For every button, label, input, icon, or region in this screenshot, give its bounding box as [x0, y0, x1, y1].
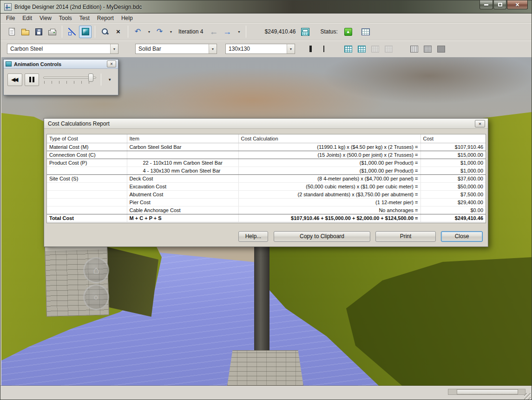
delete-icon: × — [116, 28, 120, 35]
back-arrow-icon: ← — [210, 27, 218, 37]
animation-speed-slider[interactable] — [43, 73, 96, 87]
table-row: Abutment Cost(2 standard abutments) x ($… — [47, 191, 486, 199]
member-grid-icon — [358, 46, 366, 53]
chevron-down-icon: ▼ — [170, 30, 173, 33]
animation-options-dropdown[interactable]: ▼ — [104, 74, 115, 85]
animation-controls-titlebar[interactable]: Animation Controls × — [4, 60, 118, 69]
pause-icon — [29, 77, 34, 82]
decrease-member-size-button[interactable] — [317, 43, 330, 55]
menu-edit[interactable]: Edit — [19, 14, 36, 22]
table-row: Cable Anchorage CostNo anchorages =$0.00 — [47, 207, 486, 214]
menu-view[interactable]: View — [36, 14, 55, 22]
minimize-icon — [484, 4, 488, 6]
table-row: Product Cost (P)22 - 110x110 mm Carbon S… — [47, 159, 486, 167]
save-button[interactable] — [33, 26, 45, 38]
cost-calculations-button[interactable] — [299, 26, 311, 38]
member-detail-button[interactable] — [355, 43, 368, 55]
cost-calculations-dialog[interactable]: Cost Calculations Report × Type of Cost … — [44, 118, 488, 247]
find-button[interactable] — [99, 26, 111, 38]
new-file-button[interactable] — [6, 26, 18, 38]
material-select[interactable]: Carbon Steel ▼ — [7, 44, 118, 54]
grid-medium-button[interactable] — [421, 43, 434, 55]
print-button[interactable] — [46, 26, 59, 38]
delete-button[interactable]: × — [112, 26, 125, 38]
slider-thumb[interactable] — [88, 73, 93, 82]
window-titlebar[interactable]: Bridge Designer 2014 (2nd Edition) - MyD… — [0, 0, 532, 13]
close-button[interactable]: × — [507, 0, 528, 9]
open-file-button[interactable] — [19, 26, 32, 38]
redo-dropdown-button[interactable]: ▼ — [167, 26, 174, 38]
new-file-icon — [9, 28, 15, 35]
results-table-icon — [361, 28, 370, 35]
close-icon: × — [110, 61, 113, 67]
copy-to-clipboard-button[interactable]: Copy to Clipboard — [274, 231, 370, 242]
column-header-item: Item — [127, 134, 238, 143]
load-test-button[interactable] — [79, 26, 92, 38]
cost-display: $249,410.46 — [256, 28, 296, 35]
thin-bar-icon — [321, 46, 327, 52]
scrollbar-thumb[interactable] — [457, 389, 518, 394]
member-list-button[interactable] — [342, 43, 355, 55]
back-iteration-button[interactable]: ← — [207, 26, 220, 38]
member-grid-icon — [385, 46, 393, 53]
maximize-button[interactable] — [493, 0, 506, 9]
menu-file[interactable]: File — [2, 14, 19, 22]
print-report-button[interactable]: Print — [375, 231, 436, 242]
menu-bar: File Edit View Tools Test Report Help — [0, 13, 532, 23]
dialog-titlebar[interactable]: Cost Calculations Report × — [44, 119, 488, 129]
combo-dropdown-button[interactable]: ▼ — [209, 44, 217, 53]
view-orbit-overlay-button[interactable]: ○ — [83, 284, 109, 310]
help-button[interactable]: Help... — [238, 231, 268, 242]
dialog-title: Cost Calculations Report — [48, 120, 110, 127]
grid-fine-icon — [437, 46, 445, 53]
pause-button[interactable] — [25, 73, 39, 86]
table-row: Excavation Cost(50,000 cubic meters) x (… — [47, 183, 486, 191]
combo-dropdown-button[interactable]: ▼ — [287, 44, 295, 53]
palette-separator — [101, 73, 101, 86]
horizontal-scrollbar[interactable] — [448, 389, 525, 395]
increase-member-size-button[interactable] — [304, 43, 316, 55]
section-select[interactable]: Solid Bar ▼ — [135, 44, 217, 54]
table-header-row: Type of Cost Item Cost Calculation Cost — [47, 134, 486, 143]
rewind-button[interactable]: ◀◀ — [7, 73, 22, 86]
drawing-board-button[interactable] — [66, 26, 78, 38]
forward-iteration-button[interactable]: → — [221, 26, 233, 38]
bridge-pier — [254, 247, 269, 361]
menu-test[interactable]: Test — [76, 14, 93, 22]
iteration-dropdown-button[interactable]: ▼ — [234, 26, 243, 38]
home-icon: ⌂ — [93, 264, 99, 276]
close-dialog-button[interactable]: Close — [441, 231, 483, 242]
minimize-button[interactable] — [479, 0, 493, 9]
animation-controls-window[interactable]: Animation Controls × ◀◀ ▼ — [3, 59, 118, 95]
undo-dropdown-button[interactable]: ▼ — [145, 26, 152, 38]
menu-report[interactable]: Report — [93, 14, 118, 22]
animation-close-button[interactable]: × — [107, 60, 116, 67]
menu-help[interactable]: Help — [118, 14, 137, 22]
undo-button[interactable]: ↶ — [131, 26, 144, 38]
status-up-icon: ▲ — [344, 28, 352, 36]
status-button[interactable]: ▲ — [342, 26, 355, 38]
size-select[interactable]: 130x130 ▼ — [225, 44, 295, 54]
forward-arrow-icon: → — [223, 27, 231, 37]
menu-tools[interactable]: Tools — [55, 14, 76, 22]
chevron-down-icon: ▼ — [113, 47, 116, 51]
print-icon — [48, 30, 56, 35]
slider-ticks — [44, 81, 95, 84]
chevron-down-icon: ▼ — [148, 30, 151, 33]
load-results-button[interactable] — [360, 26, 372, 38]
dialog-close-button[interactable]: × — [475, 120, 485, 127]
close-icon: × — [515, 1, 519, 8]
member-grid-icon — [371, 46, 379, 53]
resize-grip-icon[interactable] — [524, 393, 531, 400]
member-toolbar: Carbon Steel ▼ Solid Bar ▼ 130x130 ▼ — [0, 40, 532, 57]
redo-button[interactable]: ↷ — [153, 26, 166, 38]
combo-dropdown-button[interactable]: ▼ — [110, 44, 118, 53]
redo-icon: ↷ — [157, 28, 163, 35]
toolbar-separator — [95, 26, 95, 38]
status-label: Status: — [320, 28, 337, 35]
close-icon: × — [479, 121, 481, 127]
grid-coarse-button[interactable] — [408, 43, 420, 55]
view-home-overlay-button[interactable]: ⌂ — [83, 257, 109, 283]
grid-coarse-icon — [410, 46, 418, 53]
grid-fine-button[interactable] — [435, 43, 447, 55]
